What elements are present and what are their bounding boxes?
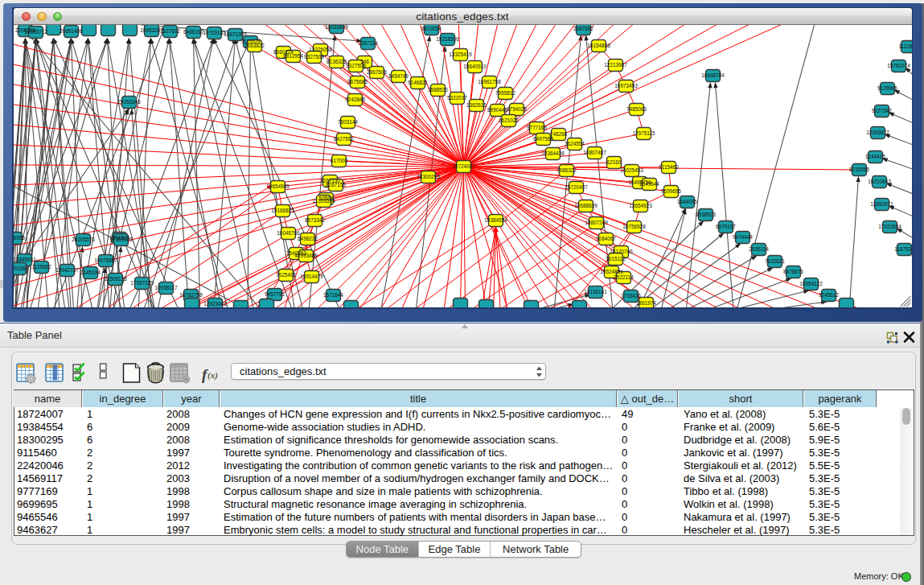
- svg-text:6794028: 6794028: [507, 106, 527, 112]
- svg-text:7625402: 7625402: [276, 272, 296, 278]
- svg-text:10958117: 10958117: [154, 285, 177, 290]
- svg-text:7357224: 7357224: [358, 40, 378, 46]
- svg-text:9457791: 9457791: [265, 291, 285, 297]
- svg-text:10719185: 10719185: [203, 30, 226, 35]
- svg-text:9115460: 9115460: [659, 164, 679, 170]
- svg-text:7955812: 7955812: [495, 90, 515, 96]
- svg-text:16782759: 16782759: [179, 292, 203, 298]
- svg-text:9129966: 9129966: [877, 85, 897, 91]
- svg-text:8938923: 8938923: [696, 212, 716, 217]
- svg-text:8215955: 8215955: [849, 167, 869, 172]
- svg-text:9084067: 9084067: [596, 236, 616, 241]
- svg-text:11353594: 11353594: [312, 198, 335, 204]
- svg-text:9474444: 9474444: [733, 234, 753, 240]
- svg-text:13505135: 13505135: [104, 276, 127, 282]
- svg-text:19166825: 19166825: [271, 208, 294, 213]
- svg-text:5322037: 5322037: [447, 95, 467, 101]
- svg-text:1362615: 1362615: [466, 102, 487, 108]
- svg-text:7632621: 7632621: [765, 258, 785, 264]
- svg-text:19384554: 19384554: [484, 217, 507, 223]
- svg-text:417006: 417006: [330, 158, 347, 163]
- svg-text:9242848: 9242848: [345, 97, 365, 102]
- svg-text:1112842: 1112842: [898, 43, 911, 49]
- svg-text:12942737: 12942737: [55, 267, 79, 273]
- svg-text:16210643: 16210643: [868, 179, 891, 184]
- svg-text:18724007: 18724007: [452, 163, 475, 169]
- svg-text:7986322: 7986322: [556, 167, 577, 173]
- svg-text:10654122: 10654122: [799, 281, 823, 286]
- svg-text:12845001: 12845001: [14, 257, 36, 262]
- svg-text:1621022: 1621022: [499, 117, 519, 123]
- svg-text:1615112: 1615112: [606, 256, 626, 262]
- svg-text:9777169: 9777169: [527, 125, 547, 130]
- svg-text:17010504: 17010504: [878, 224, 901, 229]
- svg-text:7663822: 7663822: [244, 43, 265, 48]
- svg-text:2087682: 2087682: [573, 26, 593, 31]
- svg-text:20364436: 20364436: [541, 150, 565, 156]
- svg-text:2867608: 2867608: [367, 69, 387, 75]
- svg-text:2935114: 2935114: [749, 246, 769, 252]
- svg-text:8573342: 8573342: [305, 217, 325, 223]
- svg-text:6498222: 6498222: [298, 236, 318, 241]
- svg-text:9699695: 9699695: [661, 188, 681, 194]
- svg-text:9227342: 9227342: [872, 108, 892, 113]
- svg-text:10807487: 10807487: [583, 150, 606, 155]
- svg-text:12923446: 12923446: [203, 301, 227, 307]
- svg-text:1571644: 1571644: [323, 292, 343, 298]
- svg-text:13692971: 13692971: [870, 201, 893, 207]
- svg-text:1644095: 1644095: [677, 199, 697, 204]
- svg-text:1733426: 1733426: [621, 293, 641, 299]
- svg-text:12975115: 12975115: [632, 130, 655, 136]
- svg-text:9146821: 9146821: [408, 80, 428, 85]
- svg-text:19218506: 19218506: [436, 36, 459, 42]
- svg-text:12213967: 12213967: [604, 62, 627, 68]
- svg-text:8136323: 8136323: [326, 59, 347, 64]
- svg-text:40993489: 40993489: [294, 253, 318, 258]
- svg-text:39159: 39159: [14, 266, 27, 271]
- svg-text:8813054: 8813054: [421, 26, 441, 31]
- svg-text:8912954: 8912954: [283, 53, 303, 59]
- svg-text:(x): (x): [207, 370, 218, 381]
- svg-text:18300295: 18300295: [417, 174, 440, 179]
- svg-text:1115682: 1115682: [31, 264, 51, 270]
- svg-text:17957225: 17957225: [130, 280, 154, 286]
- svg-text:1549644: 1549644: [639, 181, 659, 187]
- svg-text:16120746: 16120746: [610, 249, 633, 254]
- svg-text:7803144: 7803144: [338, 119, 358, 125]
- svg-text:18640910: 18640910: [463, 64, 487, 69]
- svg-text:2626955: 2626955: [14, 235, 25, 241]
- svg-text:10688609: 10688609: [574, 203, 598, 208]
- svg-text:10025453: 10025453: [620, 167, 643, 173]
- svg-text:9327508: 9327508: [346, 63, 366, 68]
- svg-text:1244415: 1244415: [865, 154, 885, 159]
- svg-text:6466160: 6466160: [183, 29, 203, 35]
- svg-text:16961758: 16961758: [478, 79, 501, 84]
- svg-text:1167534: 1167534: [894, 246, 912, 252]
- svg-text:1145194: 1145194: [80, 270, 101, 275]
- svg-text:16046766: 16046766: [277, 230, 300, 236]
- svg-text:8267155: 8267155: [326, 182, 346, 187]
- svg-text:1588520: 1588520: [428, 87, 448, 93]
- svg-text:2522114: 2522114: [614, 274, 634, 280]
- svg-text:1861974: 1861974: [636, 300, 656, 306]
- svg-text:14136141: 14136141: [584, 289, 607, 295]
- svg-text:7485063: 7485063: [626, 106, 647, 112]
- svg-text:3624554: 3624554: [565, 141, 585, 146]
- svg-text:10973493: 10973493: [614, 83, 638, 89]
- svg-text:9245612: 9245612: [819, 292, 839, 298]
- svg-text:13325419: 13325419: [449, 51, 472, 57]
- svg-text:10756928: 10756928: [622, 224, 646, 229]
- svg-text:6497568: 6497568: [533, 136, 553, 142]
- svg-text:19524851: 19524851: [600, 269, 623, 274]
- svg-text:16648784: 16648784: [701, 72, 725, 78]
- svg-text:8454749: 8454749: [388, 73, 409, 79]
- svg-text:20691406: 20691406: [60, 28, 83, 34]
- svg-text:18807249: 18807249: [585, 220, 608, 225]
- svg-text:6679197: 6679197: [716, 224, 736, 229]
- svg-text:16154808: 16154808: [587, 43, 610, 48]
- svg-text:20206576: 20206576: [72, 237, 95, 242]
- svg-text:8427552: 8427552: [334, 136, 354, 142]
- svg-text:10975887: 10975887: [94, 257, 117, 263]
- svg-text:8990448: 8990448: [487, 107, 507, 113]
- svg-text:29053346: 29053346: [117, 99, 141, 105]
